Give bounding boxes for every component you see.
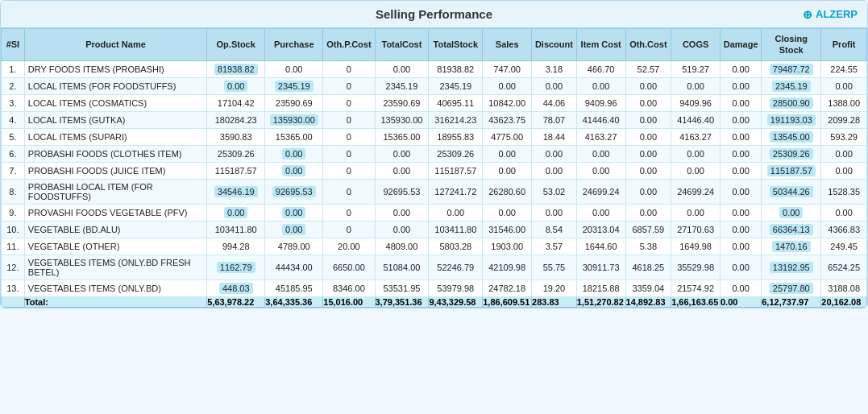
table-cell: 0.00 [721,60,762,77]
table-cell: 0.00 [625,204,671,221]
table-cell: 0.00 [532,204,577,221]
table-cell: 0.00 [821,162,867,179]
table-cell: 15365.00 [265,128,323,145]
table-cell: 92695.53 [375,179,429,204]
table-cell: 2345.19 [762,77,821,94]
table-cell: 0.00 [762,204,821,221]
table-cell: 81938.82 [207,60,265,77]
table-cell: 519.27 [671,60,721,77]
table-cell: 66364.13 [762,221,821,238]
col-header-profit: Profit [821,29,867,61]
table-cell: 6650.00 [323,255,375,279]
table-cell: 0.00 [721,179,762,204]
table-cell: 1528.35 [821,179,867,204]
table-cell: 3188.08 [821,279,867,296]
table-cell: 593.29 [821,128,867,145]
table-cell: 0.00 [671,77,721,94]
table-cell: 79487.72 [762,60,821,77]
table-cell: 249.45 [821,238,867,255]
totals-closingstock: 6,12,737.97 [762,296,821,307]
col-header-name: Product Name [24,29,206,61]
table-cell: 12. [2,255,25,279]
table-cell: 0.00 [576,77,625,94]
table-cell: 0.00 [721,162,762,179]
table-cell: 0 [323,94,375,111]
table-cell: 0.00 [721,145,762,162]
product-name-cell: PROBASHI FOODS (JUICE ITEM) [24,162,206,179]
table-cell: 7. [2,162,25,179]
totals-si [2,296,25,307]
table-cell: 1903.00 [483,238,532,255]
table-cell: 13545.00 [762,128,821,145]
table-cell: 0 [323,111,375,128]
table-cell: 316214.23 [429,111,483,128]
table-cell: 0.00 [721,238,762,255]
table-cell: 43623.75 [483,111,532,128]
table-cell: 0.00 [483,204,532,221]
product-name-cell: PROBASHI LOCAL ITEM (FOR FOODSTUFFS) [24,179,206,204]
table-cell: 8346.00 [323,279,375,296]
table-cell: 2345.19 [429,77,483,94]
table-cell: 2345.19 [375,77,429,94]
table-cell: 10842.00 [483,94,532,111]
table-cell: 115187.57 [762,162,821,179]
table-cell: 5.38 [625,238,671,255]
table-row: 13.VEGETABLES ITEMS (ONLY.BD)448.0345185… [2,279,867,296]
table-cell: 81938.82 [429,60,483,77]
table-cell: 26280.60 [483,179,532,204]
table-cell: 1644.60 [576,238,625,255]
totals-damage: 0.00 [721,296,762,307]
table-cell: 4789.00 [265,238,323,255]
table-cell: 42109.98 [483,255,532,279]
table-cell: 3.18 [532,60,577,77]
table-cell: 0 [323,128,375,145]
table-row: 12.VEGETABLES ITEMS (ONLY.BD FRESH BETEL… [2,255,867,279]
table-cell: 3. [2,94,25,111]
table-cell: 1162.79 [207,255,265,279]
col-header-totalcost: TotalCost [375,29,429,61]
table-cell: 0.00 [671,145,721,162]
table-cell: 0.00 [483,145,532,162]
col-header-purchase: Purchase [265,29,323,61]
totals-purchase: 3,64,335.36 [265,296,323,307]
table-cell: 11. [2,238,25,255]
table-cell: 0.00 [265,204,323,221]
table-row: 7.PROBASHI FOODS (JUICE ITEM)115187.570.… [2,162,867,179]
product-name-cell: PROBASHI FOODS (CLOTHES ITEM) [24,145,206,162]
table-cell: 45185.95 [265,279,323,296]
table-cell: 52246.79 [429,255,483,279]
table-cell: 115187.57 [207,162,265,179]
product-name-cell: DRY FOODS ITEMS (PROBASHI) [24,60,206,77]
table-cell: 0.00 [576,204,625,221]
page-header: Selling Performance ⊕ ALZERP [1,1,867,28]
table-cell: 5803.28 [429,238,483,255]
table-cell: 4366.83 [821,221,867,238]
table-cell: 0.00 [721,279,762,296]
col-header-totalstock: TotalStock [429,29,483,61]
table-cell: 3590.83 [207,128,265,145]
table-cell: 0.00 [375,221,429,238]
totals-label: Total: [24,296,206,307]
logo-icon: ⊕ [803,8,812,21]
table-cell: 0.00 [625,145,671,162]
table-cell: 191193.03 [762,111,821,128]
table-cell: 92695.53 [265,179,323,204]
table-cell: 0.00 [375,204,429,221]
table-cell: 25309.26 [762,145,821,162]
table-cell: 0.00 [671,162,721,179]
col-header-opstock: Op.Stock [207,29,265,61]
table-cell: 0.00 [429,204,483,221]
table-cell: 23590.69 [265,94,323,111]
col-header-discount: Discount [532,29,577,61]
table-cell: 25309.26 [207,145,265,162]
table-cell: 0.00 [532,77,577,94]
totals-discount: 283.83 [532,296,577,307]
table-cell: 135930.00 [265,111,323,128]
table-cell: 20313.04 [576,221,625,238]
product-name-cell: VEGETABLES ITEMS (ONLY.BD FRESH BETEL) [24,255,206,279]
product-name-cell: LOCAL ITEMS (SUPARI) [24,128,206,145]
table-cell: 6857.59 [625,221,671,238]
table-cell: 5. [2,128,25,145]
table-cell: 180284.23 [207,111,265,128]
table-cell: 0 [323,179,375,204]
